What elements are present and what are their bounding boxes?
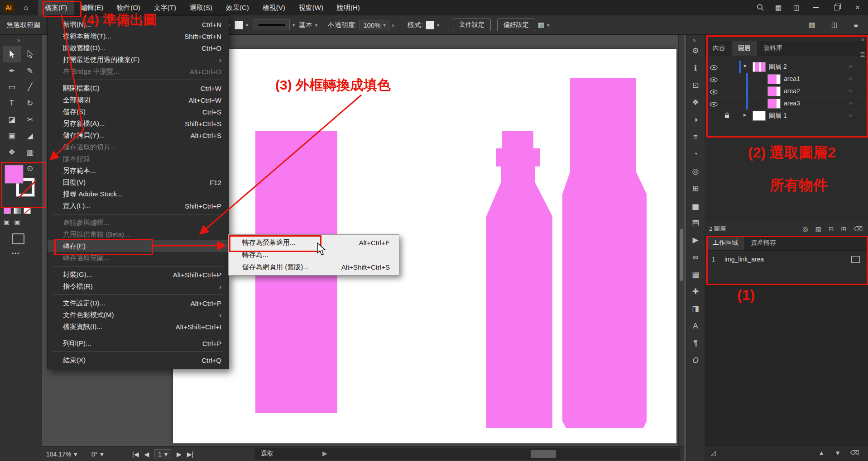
tab-content[interactable]: 內容 [706, 41, 732, 56]
pencil-tool[interactable]: ✎ [21, 62, 39, 79]
first-artboard-icon[interactable]: |◀ [132, 451, 139, 458]
menu-item-package[interactable]: 封裝(G)...Alt+Shift+Ctrl+P [48, 269, 229, 280]
menu-help[interactable]: 說明(H) [330, 0, 367, 15]
menu-item-export-for-screens[interactable]: 轉存為螢幕適用...Alt+Ctrl+E [229, 237, 399, 249]
move-up-icon[interactable]: ▲ [818, 449, 825, 456]
symbol-tool[interactable]: ❖ [3, 144, 21, 160]
stroke-color-dropdown[interactable]: ▾ [235, 15, 248, 34]
next-artboard-icon[interactable]: ▶ [177, 451, 182, 458]
arrange-documents-icon[interactable]: ◫ [787, 4, 806, 12]
stroke-icon[interactable]: ≡ [693, 133, 698, 141]
rotation-dropdown[interactable]: 0° ▾ [91, 447, 103, 461]
menu-select[interactable]: 選取(S) [183, 0, 219, 15]
strip-collapse-icon[interactable]: » [693, 37, 696, 43]
layer-thumbnail[interactable] [767, 74, 781, 84]
tab-libraries[interactable]: 資料庫 [757, 41, 789, 56]
make-clip-mask-icon[interactable]: ▧ [815, 225, 821, 233]
menu-file[interactable]: 檔案(F) [38, 0, 74, 15]
menu-item-open[interactable]: 開啟舊檔(O)...Ctrl+O [48, 42, 229, 54]
home-icon[interactable]: ⌂ [18, 3, 34, 12]
artboard-icon[interactable] [851, 256, 860, 263]
links-icon[interactable]: ∞ [693, 253, 698, 261]
menu-effect[interactable]: 效果(C) [219, 0, 256, 15]
menu-item-document-setup[interactable]: 文件設定(D)...Alt+Ctrl+P [48, 297, 229, 309]
zoom-dropdown[interactable]: 104.17% ▾ [46, 447, 77, 461]
document-setup-button[interactable]: 文件設定 [453, 19, 491, 31]
brush-style-dropdown[interactable]: 基本 ▾ [299, 15, 317, 34]
layer-thumbnail[interactable] [767, 99, 781, 109]
preferences-button[interactable]: 偏好設定 [497, 19, 535, 31]
target-circle-icon[interactable]: ○ [849, 75, 852, 82]
menu-item-search-adobe-stock[interactable]: 搜尋 Adobe Stock... [48, 188, 229, 200]
menu-item-new-from-template[interactable]: 從範本新增(T)...Shift+Ctrl+N [48, 30, 229, 42]
menu-item-save-a-copy[interactable]: 儲存拷貝(Y)...Alt+Ctrl+S [48, 129, 229, 141]
menu-item-new[interactable]: 新增(N)...Ctrl+N [48, 19, 229, 30]
menu-item-save[interactable]: 儲存(S)Ctrl+S [48, 106, 229, 118]
rectangle-tool[interactable]: ▭ [3, 79, 21, 95]
layer-row[interactable]: area3 ○ [705, 97, 868, 110]
info-icon[interactable]: ℹ [694, 64, 697, 72]
selection-tool[interactable] [3, 46, 21, 62]
target-circle-icon[interactable]: ○ [849, 112, 852, 119]
delete-icon[interactable]: ⌫ [850, 449, 859, 456]
menu-item-close-all[interactable]: 全部關閉Alt+Ctrl+W [48, 94, 229, 106]
target-circle-icon[interactable]: ○ [849, 63, 852, 70]
expand-chevron-icon[interactable]: ▸ [743, 111, 747, 118]
layer-thumbnail[interactable] [767, 86, 781, 96]
menu-item-export[interactable]: 轉存(E)› [48, 240, 229, 252]
appearance-icon[interactable]: ◎ [692, 167, 699, 175]
paragraph-icon[interactable]: ¶ [693, 339, 697, 347]
grid-snap-icon[interactable]: ▦ [809, 15, 815, 34]
eyedropper-tool[interactable]: ◢ [21, 128, 39, 144]
visibility-toggle-icon[interactable] [710, 88, 718, 96]
menu-item-close[interactable]: 關閉檔案(C)Ctrl+W [48, 82, 229, 94]
menu-item-save-as-template[interactable]: 另存範本... [48, 165, 229, 176]
target-circle-icon[interactable]: ○ [849, 87, 852, 94]
close-button[interactable]: × [847, 0, 868, 15]
opacity-stepper-icon[interactable]: › [392, 21, 394, 29]
layer-row[interactable]: ▾ 圖層 2 ○ [705, 61, 868, 73]
last-artboard-icon[interactable]: ▶| [187, 451, 193, 458]
search-icon[interactable] [751, 4, 769, 12]
graph-icon[interactable]: ▅ [692, 202, 698, 209]
menu-item-export-as[interactable]: 轉存為... [229, 249, 399, 261]
color-mode-icon[interactable] [4, 207, 11, 214]
align-dropdown[interactable]: ▦ ▾ [538, 15, 549, 34]
menu-type[interactable]: 文字(T) [147, 0, 183, 15]
transform-icon[interactable]: ⊡ [692, 81, 699, 89]
menu-object[interactable]: 物件(O) [110, 0, 147, 15]
artboards-icon[interactable]: ◨ [692, 305, 699, 313]
snap-options-icon[interactable]: ◫ [831, 15, 838, 34]
layer-thumbnail[interactable] [753, 111, 766, 121]
layer-row[interactable]: area1 ○ [705, 73, 868, 86]
swatches-icon[interactable]: ▤ [692, 219, 699, 227]
eraser-tool[interactable]: ◪ [3, 111, 21, 128]
pen-tool[interactable]: ✒ [3, 62, 21, 79]
minimize-button[interactable] [806, 0, 826, 15]
tab-layers[interactable]: 圖層 [732, 41, 757, 56]
line-tool[interactable]: ╱ [21, 79, 39, 95]
workspace-icon[interactable]: ▦ [769, 4, 787, 12]
menu-item-save-for-web-legacy[interactable]: 儲存為網頁用 (舊版)...Alt+Shift+Ctrl+S [229, 261, 399, 273]
menu-item-place[interactable]: 置入(L)...Shift+Ctrl+P [48, 200, 229, 212]
menu-item-document-color-mode[interactable]: 文件色彩模式(M)› [48, 309, 229, 321]
vertical-scrollbar-handle[interactable] [680, 229, 683, 281]
stroke-width-dropdown[interactable]: ▾ [254, 15, 295, 34]
fill-color-swatch[interactable] [5, 165, 24, 185]
direct-selection-tool[interactable] [21, 46, 39, 62]
none-mode-icon[interactable] [24, 207, 31, 214]
opentype-icon[interactable]: O [692, 356, 698, 364]
artboard-row[interactable]: 1 img_link_area [705, 253, 868, 266]
tab-artboards[interactable]: 工作區域 [706, 236, 744, 250]
layer-row[interactable]: ▸ 圖層 1 ○ [705, 109, 868, 122]
resize-icon[interactable]: ◿ [711, 449, 716, 456]
layer-row[interactable]: area2 ○ [705, 85, 868, 98]
target-circle-icon[interactable]: ○ [849, 100, 852, 106]
scissors-tool[interactable]: ✂ [21, 111, 39, 128]
draw-normal-icon[interactable]: ▣ [4, 218, 10, 225]
menu-item-exit[interactable]: 結束(X)Ctrl+Q [48, 354, 229, 366]
vertical-scrollbar[interactable] [678, 34, 684, 446]
more-tools-icon[interactable]: ••• [12, 251, 20, 257]
symbols-icon[interactable]: ⊞ [692, 185, 699, 192]
gradient-mode-icon[interactable] [14, 207, 21, 214]
